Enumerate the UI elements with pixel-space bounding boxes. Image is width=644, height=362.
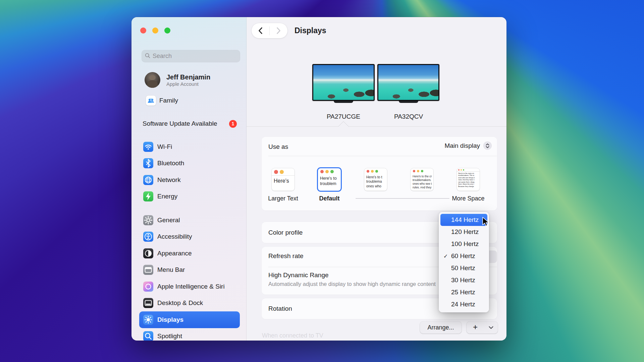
thumb-traffic-dots — [411, 168, 433, 174]
profile-name: Jeff Benjamin — [166, 73, 210, 81]
sidebar-item-energy[interactable]: Energy — [139, 188, 240, 205]
sidebar-item-accessibility[interactable]: Accessibility — [139, 229, 240, 245]
sidebar-item-general[interactable]: General — [139, 212, 240, 229]
chevron-up-down-icon — [483, 141, 492, 150]
bluetooth-icon — [143, 158, 153, 168]
system-settings-window: Jeff Benjamin Apple Account Family Softw… — [131, 17, 506, 341]
spotlight-icon — [143, 331, 153, 341]
wifi-icon — [143, 142, 153, 152]
search-field[interactable] — [142, 50, 240, 62]
sidebar-item-label: Appearance — [157, 250, 192, 257]
monitor-stand — [334, 101, 353, 103]
scale-option-larger-text[interactable]: Here's Larger Text — [260, 168, 306, 202]
sidebar-item-label: Network — [157, 176, 181, 184]
thumb-traffic-dots — [457, 168, 480, 172]
back-button[interactable] — [252, 23, 269, 38]
menu-item-100-hertz[interactable]: 100 Hertz — [440, 238, 487, 250]
globe-icon — [143, 175, 153, 185]
sidebar-item-label: Accessibility — [157, 233, 192, 240]
family-label: Family — [159, 97, 178, 104]
use-as-popup[interactable]: Main display — [444, 141, 492, 150]
menu-item-30-hertz[interactable]: 30 Hertz — [440, 274, 487, 286]
use-as-card: Use as Main display Here's Larger Text — [262, 137, 497, 210]
menu-item-50-hertz[interactable]: 50 Hertz — [440, 262, 487, 274]
selected-display-pointer — [338, 121, 348, 131]
scale-option-more-space[interactable]: Here's to the crazy ontroublemakers. The… — [445, 168, 491, 202]
menu-item-60-hertz[interactable]: ✓60 Hertz — [440, 250, 487, 262]
scale-option-default[interactable]: Here's totroublem Default — [306, 168, 353, 202]
sidebar-item-label: Wi-Fi — [157, 143, 172, 150]
menu-item-144-hertz[interactable]: 144 Hertz — [440, 214, 487, 226]
sidebar-group-connectivity: Wi-Fi Bluetooth Network Energy — [139, 138, 240, 205]
rotation-label: Rotation — [268, 305, 292, 312]
menu-item-120-hertz[interactable]: 120 Hertz — [440, 226, 487, 238]
sidebar-item-family[interactable]: Family — [146, 96, 241, 106]
check-icon: ✓ — [443, 253, 450, 259]
sidebar: Jeff Benjamin Apple Account Family Softw… — [131, 17, 247, 341]
sidebar-item-software-update[interactable]: Software Update Available 1 — [143, 120, 237, 128]
monitor-stand — [399, 101, 418, 103]
monitor-screen-wallpaper — [378, 65, 438, 100]
sidebar-item-menu-bar[interactable]: Menu Bar — [139, 262, 240, 279]
brightness-icon — [143, 315, 153, 325]
sidebar-item-wifi[interactable]: Wi-Fi — [139, 138, 240, 155]
menu-bar-icon — [143, 265, 153, 275]
sidebar-group-system: General Accessibility Appearance Menu Ba… — [139, 212, 240, 341]
monitor-screen-wallpaper — [313, 65, 374, 100]
monitor-name: PA27UCGE — [312, 113, 375, 120]
scale-option-4[interactable]: Here's to the crtroublemakers.ones who s… — [399, 168, 445, 202]
menu-item-24-hertz[interactable]: 24 Hertz — [440, 298, 487, 310]
sidebar-item-network[interactable]: Network — [139, 172, 240, 188]
sidebar-item-displays[interactable]: Displays — [139, 311, 240, 328]
sidebar-item-label: General — [157, 217, 180, 224]
monitor-pa27ucge[interactable] — [312, 64, 375, 103]
search-input[interactable] — [153, 53, 237, 60]
add-display-split-button: + — [467, 321, 498, 334]
sidebar-item-spotlight[interactable]: Spotlight — [139, 328, 240, 341]
arrange-button[interactable]: Arrange... — [420, 321, 462, 334]
sidebar-item-label: Displays — [157, 316, 183, 323]
monitor-pa32qcv[interactable] — [377, 64, 439, 103]
thumb-traffic-dots — [364, 168, 387, 174]
resolution-scale-options: Here's Larger Text Here's totroublem Def… — [260, 168, 491, 202]
mouse-cursor — [482, 217, 491, 229]
software-update-label: Software Update Available — [143, 120, 217, 127]
sidebar-item-apple-intelligence[interactable]: Apple Intelligence & Siri — [139, 278, 240, 295]
add-display-button[interactable]: + — [467, 321, 484, 334]
scale-option-3[interactable]: Here's to ttroublemaones who — [353, 168, 399, 202]
sidebar-item-label: Bluetooth — [157, 160, 184, 167]
menu-item-25-hertz[interactable]: 25 Hertz — [440, 286, 487, 298]
scale-option-label: Larger Text — [268, 195, 298, 202]
forward-button[interactable] — [270, 23, 287, 38]
profile-subtitle: Apple Account — [166, 81, 210, 87]
desktop-wallpaper: { "glyphs": { "check": "✓", "plus": "+",… — [0, 0, 644, 362]
update-count-badge: 1 — [229, 120, 237, 128]
add-display-menu-button[interactable] — [484, 321, 498, 334]
contrast-icon — [143, 248, 153, 258]
zoom-button[interactable] — [164, 27, 170, 34]
close-button[interactable] — [140, 27, 146, 34]
use-as-value: Main display — [444, 142, 480, 149]
divider — [247, 126, 506, 127]
scale-option-label: More Space — [452, 195, 484, 202]
sidebar-item-bluetooth[interactable]: Bluetooth — [139, 155, 240, 172]
use-as-label: Use as — [268, 143, 288, 150]
sidebar-item-label: Apple Intelligence & Siri — [157, 283, 225, 290]
sidebar-item-label: Menu Bar — [157, 266, 185, 274]
window-controls — [140, 27, 170, 34]
minimize-button[interactable] — [152, 27, 158, 34]
sidebar-item-label: Energy — [157, 193, 177, 200]
accessibility-icon — [143, 232, 153, 242]
sidebar-item-appearance[interactable]: Appearance — [139, 245, 240, 262]
hdr-label: High Dynamic Range — [268, 272, 329, 279]
refresh-rate-label: Refresh rate — [268, 252, 304, 260]
display-arrangement — [312, 64, 439, 103]
sidebar-item-desktop-dock[interactable]: Desktop & Dock — [139, 295, 240, 312]
scale-option-label: Default — [319, 195, 339, 202]
monitor-name: PA32QCV — [377, 113, 440, 120]
ai-siri-icon — [143, 282, 153, 292]
avatar — [145, 72, 160, 88]
sidebar-item-label: Desktop & Dock — [157, 299, 203, 307]
search-icon — [145, 53, 150, 60]
profile-row[interactable]: Jeff Benjamin Apple Account — [145, 72, 241, 88]
